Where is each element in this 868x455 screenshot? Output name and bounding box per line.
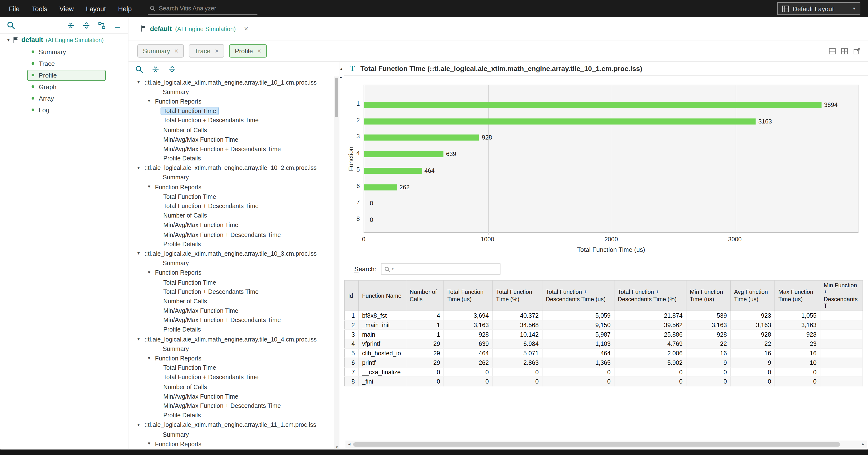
sidebar-item-log[interactable]: Log bbox=[0, 104, 128, 116]
tree-item[interactable]: Min/Avg/Max Function + Descendants Time bbox=[128, 315, 339, 325]
tree-item[interactable]: Total Function + Descendants Time bbox=[128, 372, 339, 382]
tree-item[interactable]: Min/Avg/Max Function + Descendants Time bbox=[128, 144, 339, 154]
close-icon[interactable]: × bbox=[244, 24, 248, 33]
column-header[interactable]: Min Function + Descendants T bbox=[820, 280, 863, 311]
tree-item[interactable]: ▾Function Reports bbox=[128, 182, 339, 191]
scroll-left-icon[interactable]: ◂ bbox=[346, 442, 352, 447]
tree-item[interactable]: Min/Avg/Max Function Time bbox=[128, 135, 339, 144]
table-row[interactable]: 2_main_init13,16334.5689,15039.5623,1633… bbox=[345, 320, 863, 329]
tree-item[interactable]: ▾Function Reports bbox=[128, 354, 339, 363]
column-header[interactable]: Function Name bbox=[359, 280, 406, 311]
chevron-down-icon[interactable]: ▾ bbox=[148, 356, 155, 360]
tree-item[interactable]: Profile Details bbox=[128, 239, 339, 249]
column-header[interactable]: Id bbox=[345, 280, 359, 311]
tree-item[interactable]: Summary bbox=[128, 429, 339, 439]
tree-item[interactable]: Total Function Time bbox=[128, 363, 339, 372]
tree-item[interactable]: Profile Details bbox=[128, 154, 339, 163]
search-icon[interactable] bbox=[6, 21, 15, 29]
tree-item[interactable]: Total Function + Descendants Time bbox=[128, 201, 339, 211]
view-tab-profile[interactable]: Profile× bbox=[229, 44, 267, 58]
tree-item[interactable]: Profile Details bbox=[128, 411, 339, 420]
chevron-down-icon[interactable]: ▾ bbox=[137, 337, 145, 341]
column-header[interactable]: Number of Calls bbox=[406, 280, 444, 311]
tree-item[interactable]: Summary bbox=[128, 344, 339, 354]
chevron-down-icon[interactable]: ▾ bbox=[137, 251, 145, 256]
vertical-scrollbar[interactable]: ▾ bbox=[334, 76, 339, 449]
global-search[interactable] bbox=[148, 2, 257, 14]
tree-item[interactable]: Number of Calls bbox=[128, 382, 339, 391]
layout-selector[interactable]: Default Layout ▾ bbox=[777, 2, 860, 15]
tree-item[interactable]: Total Function + Descendants Time bbox=[128, 116, 339, 125]
collapse-right-icon[interactable]: ▸ bbox=[340, 75, 342, 79]
tree-item[interactable]: Number of Calls bbox=[128, 125, 339, 135]
collapse-all-icon[interactable] bbox=[67, 21, 75, 29]
collapse-all-icon[interactable] bbox=[152, 65, 159, 73]
link-nodes-icon[interactable] bbox=[98, 21, 106, 29]
sidebar-item-array[interactable]: Array bbox=[0, 92, 128, 104]
chevron-down-icon[interactable]: ▾ bbox=[137, 422, 145, 427]
tree-item[interactable]: ▾::tl.aie_logical.aie_xtlm.math_engine.a… bbox=[128, 420, 339, 429]
sidebar-item-summary[interactable]: Summary bbox=[0, 46, 128, 58]
tree-item[interactable]: ▾::tl.aie_logical.aie_xtlm.math_engine.a… bbox=[128, 78, 339, 87]
tree-item[interactable]: Min/Avg/Max Function + Descendants Time bbox=[128, 401, 339, 411]
chevron-down-icon[interactable]: ▾ bbox=[148, 99, 155, 103]
expand-all-icon[interactable] bbox=[168, 65, 176, 73]
collapse-left-icon[interactable]: ◂ bbox=[340, 67, 342, 71]
sidebar-item-graph[interactable]: Graph bbox=[0, 81, 128, 93]
table-row[interactable]: 1bf8x8_fst43,69440.3725,05921.8745399231… bbox=[345, 311, 863, 320]
close-icon[interactable]: × bbox=[175, 47, 178, 55]
table-row[interactable]: 7__cxa_finalize00000000 bbox=[345, 367, 863, 376]
close-icon[interactable]: × bbox=[257, 47, 261, 55]
tree-item[interactable]: Summary bbox=[128, 87, 339, 96]
tree-item[interactable]: ▾Function Reports bbox=[128, 268, 339, 277]
tree-item[interactable]: Number of Calls bbox=[128, 211, 339, 220]
scrollbar-thumb[interactable] bbox=[353, 442, 840, 447]
close-icon[interactable]: × bbox=[215, 47, 219, 55]
tree-item[interactable]: Total Function + Descendants Time bbox=[128, 287, 339, 296]
chevron-down-icon[interactable]: ▾ bbox=[148, 184, 155, 189]
column-header[interactable]: Min Function Time (us) bbox=[686, 280, 731, 311]
open-new-window-icon[interactable] bbox=[853, 48, 861, 55]
column-header[interactable]: Total Function Time (%) bbox=[492, 280, 542, 311]
column-header[interactable]: Total Function + Descendants Time (%) bbox=[614, 280, 686, 311]
tree-item[interactable]: ▾::tl.aie_logical.aie_xtlm.math_engine.a… bbox=[128, 334, 339, 344]
menu-view[interactable]: View bbox=[54, 5, 80, 12]
scrollbar-thumb[interactable] bbox=[335, 78, 338, 117]
workspace-tab[interactable]: default (AI Engine Simulation) × bbox=[141, 24, 248, 33]
tree-item[interactable]: ▾Function Reports bbox=[128, 439, 339, 449]
global-search-input[interactable] bbox=[159, 5, 256, 11]
tree-item[interactable]: Total Function Time bbox=[128, 277, 339, 287]
tree-item[interactable]: Min/Avg/Max Function Time bbox=[128, 220, 339, 230]
tree-item[interactable]: ▾::tl.aie_logical.aie_xtlm.math_engine.a… bbox=[128, 249, 339, 258]
chevron-down-icon[interactable]: ▾ bbox=[137, 80, 145, 85]
table-row[interactable]: 5clib_hosted_io294645.0714642.006161616 bbox=[345, 348, 863, 358]
menu-help[interactable]: Help bbox=[112, 5, 138, 12]
table-row[interactable]: 8_fini00000000 bbox=[345, 376, 863, 386]
scroll-right-icon[interactable]: ▸ bbox=[860, 442, 866, 447]
scroll-down-icon[interactable]: ▾ bbox=[334, 445, 339, 449]
column-header[interactable]: Total Function Time (us) bbox=[444, 280, 492, 311]
search-icon[interactable] bbox=[135, 65, 143, 73]
tree-item[interactable]: Min/Avg/Max Function + Descendants Time bbox=[128, 230, 339, 239]
tree-item[interactable]: Total Function Time bbox=[128, 192, 339, 201]
tree-item[interactable]: Profile Details bbox=[128, 325, 339, 334]
tree-item[interactable]: Total Function Time bbox=[128, 106, 339, 116]
column-header[interactable]: Total Function + Descendants Time (us) bbox=[542, 280, 614, 311]
split-grid-icon[interactable] bbox=[841, 48, 848, 55]
column-header[interactable]: Avg Function Time (us) bbox=[731, 280, 775, 311]
minimize-panel-icon[interactable] bbox=[114, 21, 121, 29]
tree-item[interactable]: ▾::tl.aie_logical.aie_xtlm.math_engine.a… bbox=[128, 163, 339, 173]
menu-tools[interactable]: Tools bbox=[26, 5, 54, 12]
sidebar-item-profile[interactable]: Profile bbox=[0, 69, 128, 81]
table-search-box[interactable]: ▾ bbox=[381, 264, 500, 275]
sidebar-root-node[interactable]: ▾ default (AI Engine Simulation) bbox=[0, 34, 128, 46]
chevron-down-icon[interactable]: ▾ bbox=[148, 442, 155, 446]
tree-item[interactable]: Number of Calls bbox=[128, 296, 339, 306]
table-search-input[interactable] bbox=[395, 266, 497, 272]
tree-item[interactable]: Summary bbox=[128, 173, 339, 182]
panel-splitter[interactable]: ◂ ▸ bbox=[339, 62, 344, 449]
chevron-down-icon[interactable]: ▾ bbox=[137, 165, 145, 170]
menu-file[interactable]: File bbox=[3, 5, 26, 12]
sidebar-item-trace[interactable]: Trace bbox=[0, 58, 128, 69]
table-row[interactable]: 4vfprintf296396.9841,1034.769222223 bbox=[345, 339, 863, 348]
